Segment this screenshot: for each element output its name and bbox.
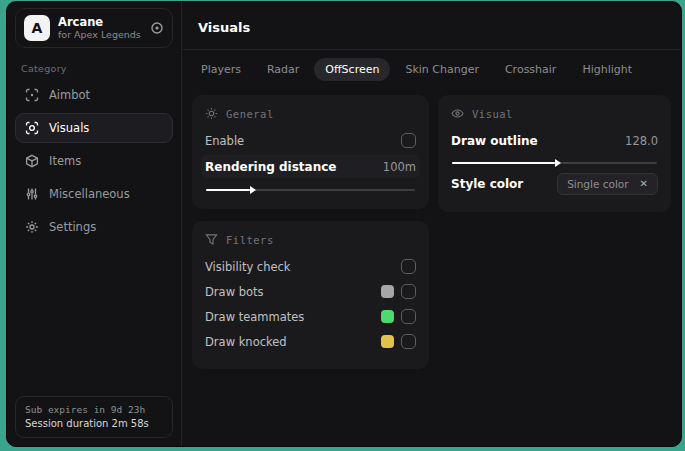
- tab-players[interactable]: Players: [190, 58, 252, 81]
- visuals-tabs: Players Radar OffScreen Skin Changer Cro…: [182, 50, 681, 85]
- desktop-background: A Arcane for Apex Legends Category: [0, 0, 685, 451]
- content-grid: General Enable Rendering distance 100m: [182, 85, 681, 369]
- tab-highlight[interactable]: Highlight: [571, 58, 643, 81]
- sidebar-item-miscellaneous[interactable]: Miscellaneous: [15, 179, 173, 209]
- category-label: Category: [21, 63, 167, 74]
- crosshair-icon: [25, 88, 39, 102]
- scan-eye-icon: [25, 121, 39, 135]
- sliders-icon: [25, 187, 39, 201]
- draw-bots-color-swatch[interactable]: [381, 285, 394, 298]
- draw-outline-value: 128.0: [625, 134, 658, 148]
- style-color-selected-value: Single color: [567, 178, 628, 190]
- app-logo: A: [24, 15, 50, 41]
- filters-panel: Filters Visibility check Draw bots: [192, 221, 429, 369]
- gear-icon: [25, 220, 39, 234]
- sidebar-item-label: Visuals: [49, 121, 89, 135]
- app-name: Arcane: [58, 15, 141, 29]
- box-icon: [25, 154, 39, 168]
- sidebar-item-label: Items: [49, 154, 81, 168]
- session-duration-text: Session duration 2m 58s: [25, 418, 163, 429]
- visibility-check-checkbox[interactable]: [401, 259, 416, 274]
- rendering-distance-slider-fill: [206, 189, 250, 191]
- tab-offscreen[interactable]: OffScreen: [314, 58, 390, 81]
- sidebar-item-settings[interactable]: Settings: [15, 212, 173, 242]
- arcane-window: A Arcane for Apex Legends Category: [6, 1, 682, 447]
- tab-radar[interactable]: Radar: [256, 58, 310, 81]
- rendering-distance-slider[interactable]: [206, 189, 415, 191]
- draw-knocked-checkbox[interactable]: [401, 334, 416, 349]
- general-panel: General Enable Rendering distance 100m: [192, 95, 429, 209]
- funnel-icon: [205, 233, 218, 246]
- tab-crosshair[interactable]: Crosshair: [494, 58, 567, 81]
- main-header: Visuals: [182, 2, 681, 50]
- sidebar-item-label: Aimbot: [49, 88, 90, 102]
- sun-icon: [205, 107, 218, 120]
- subscription-info: Sub expires in 9d 23h Session duration 2…: [15, 396, 173, 438]
- style-color-label: Style color: [451, 177, 523, 191]
- sub-expires-text: Sub expires in 9d 23h: [25, 404, 163, 415]
- sidebar: A Arcane for Apex Legends Category: [7, 2, 182, 446]
- draw-outline-label: Draw outline: [451, 134, 538, 148]
- sidebar-item-items[interactable]: Items: [15, 146, 173, 176]
- draw-knocked-color-swatch[interactable]: [381, 335, 394, 348]
- style-color-select[interactable]: Single color ✕: [557, 173, 658, 195]
- draw-teammates-checkbox[interactable]: [401, 309, 416, 324]
- visibility-check-label: Visibility check: [205, 260, 291, 274]
- sidebar-item-visuals[interactable]: Visuals: [15, 113, 173, 143]
- app-subtitle: for Apex Legends: [58, 29, 141, 41]
- enable-label: Enable: [205, 134, 244, 148]
- main-area: Visuals Players Radar OffScreen Skin Cha…: [182, 2, 681, 446]
- enable-checkbox[interactable]: [401, 133, 416, 148]
- sidebar-nav: Aimbot Visuals: [15, 80, 173, 242]
- rendering-distance-value: 100m: [383, 160, 416, 174]
- general-panel-title: General: [226, 108, 274, 120]
- draw-outline-slider-fill: [452, 162, 555, 164]
- rendering-distance-label: Rendering distance: [205, 160, 336, 174]
- draw-teammates-label: Draw teammates: [205, 310, 304, 324]
- draw-knocked-label: Draw knocked: [205, 335, 287, 349]
- sidebar-item-label: Miscellaneous: [49, 187, 130, 201]
- draw-teammates-color-swatch[interactable]: [381, 310, 394, 323]
- sidebar-item-label: Settings: [49, 220, 96, 234]
- visual-panel-title: Visual: [472, 108, 513, 120]
- target-icon[interactable]: [150, 21, 164, 35]
- brand-card: A Arcane for Apex Legends: [15, 8, 173, 48]
- filters-panel-title: Filters: [226, 234, 274, 246]
- draw-bots-checkbox[interactable]: [401, 284, 416, 299]
- draw-bots-label: Draw bots: [205, 285, 264, 299]
- page-title: Visuals: [198, 20, 250, 35]
- clear-icon[interactable]: ✕: [640, 179, 648, 189]
- tab-skin-changer[interactable]: Skin Changer: [394, 58, 490, 81]
- visual-panel: Visual Draw outline 128.0 Style color Si…: [438, 95, 671, 212]
- sidebar-item-aimbot[interactable]: Aimbot: [15, 80, 173, 110]
- eye-icon: [451, 107, 464, 120]
- draw-outline-slider[interactable]: [452, 162, 657, 164]
